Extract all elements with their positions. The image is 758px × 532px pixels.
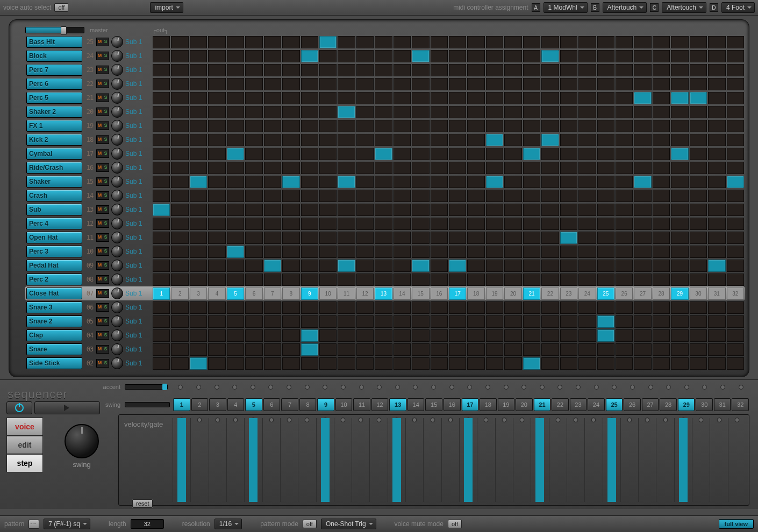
step-cell[interactable]: 21 <box>523 287 540 300</box>
gate-dot[interactable] <box>520 418 525 422</box>
step-cell[interactable] <box>412 162 429 174</box>
step-cell[interactable] <box>208 343 225 356</box>
step-cell[interactable] <box>449 134 466 146</box>
step-cell[interactable] <box>153 78 170 90</box>
step-cell[interactable] <box>356 148 374 160</box>
swing-knob[interactable] <box>65 424 99 458</box>
accent-dot[interactable] <box>407 385 424 389</box>
step-cell[interactable] <box>245 218 262 230</box>
mute-solo-toggle[interactable]: MS <box>96 275 109 284</box>
step-cell[interactable] <box>394 176 411 188</box>
step-cell[interactable] <box>597 36 614 48</box>
step-cell[interactable] <box>467 315 484 328</box>
step-cell[interactable] <box>227 218 244 230</box>
step-cell[interactable] <box>171 176 188 188</box>
step-cell[interactable] <box>319 162 337 174</box>
track-name[interactable]: Perc 3 <box>26 246 82 257</box>
step-cell[interactable] <box>412 36 429 48</box>
step-cell[interactable] <box>171 78 188 90</box>
length-value[interactable]: 32 <box>131 519 164 529</box>
mute-solo-toggle[interactable]: MS <box>96 135 109 144</box>
step-cell[interactable] <box>431 134 448 146</box>
gate-dot[interactable] <box>269 418 274 422</box>
step-cell[interactable] <box>616 106 633 118</box>
step-cell[interactable] <box>301 274 318 286</box>
track-output[interactable]: Sub 1 <box>125 192 149 199</box>
resolution-dropdown[interactable]: 1/16 <box>214 519 242 529</box>
step-cell[interactable] <box>467 176 484 188</box>
import-dropdown[interactable]: import <box>150 2 183 13</box>
step-cell[interactable] <box>634 357 651 370</box>
step-cell[interactable] <box>356 343 374 356</box>
step-cell[interactable] <box>541 274 559 286</box>
step-cell[interactable] <box>190 148 207 160</box>
step-cell[interactable] <box>227 162 244 174</box>
step-cell[interactable] <box>634 36 651 48</box>
step-cell[interactable] <box>319 120 337 132</box>
step-cell[interactable] <box>541 50 559 62</box>
accent-dot[interactable] <box>534 385 551 389</box>
step-cell[interactable] <box>727 120 744 132</box>
step-cell[interactable] <box>282 357 299 370</box>
step-cell[interactable] <box>319 190 337 202</box>
step-cell[interactable] <box>597 260 614 272</box>
step-cell[interactable]: 18 <box>467 287 484 300</box>
step-cell[interactable]: 17 <box>449 287 466 300</box>
step-cell[interactable] <box>338 92 355 104</box>
step-cell[interactable] <box>541 357 559 370</box>
step-cell[interactable] <box>486 301 503 314</box>
step-cell[interactable] <box>245 120 262 132</box>
track-output[interactable]: Sub 1 <box>125 346 149 353</box>
step-button[interactable]: 22 <box>552 398 569 411</box>
step-cell[interactable] <box>190 106 207 118</box>
step-cell[interactable] <box>504 246 521 258</box>
accent-dot[interactable] <box>353 385 370 389</box>
step-cell[interactable] <box>282 218 299 230</box>
step-cell[interactable] <box>727 232 744 244</box>
step-cell[interactable] <box>541 246 559 258</box>
step-cell[interactable] <box>227 232 244 244</box>
track-output[interactable]: Sub 1 <box>125 206 149 213</box>
step-cell[interactable] <box>671 64 688 76</box>
mute-solo-toggle[interactable]: MS <box>96 233 109 242</box>
step-cell[interactable] <box>431 64 448 76</box>
track-name[interactable]: Cymbal <box>26 148 82 160</box>
step-cell[interactable] <box>504 329 521 342</box>
step-cell[interactable] <box>727 246 744 258</box>
track-name[interactable]: Shaker 2 <box>26 106 82 118</box>
track-output[interactable]: Sub 1 <box>125 332 149 339</box>
step-cell[interactable] <box>690 204 707 216</box>
accent-dot[interactable] <box>552 385 569 389</box>
step-cell[interactable] <box>690 274 707 286</box>
step-cell[interactable] <box>282 176 299 188</box>
step-cell[interactable] <box>616 315 633 328</box>
step-cell[interactable] <box>671 148 688 160</box>
step-cell[interactable] <box>578 232 596 244</box>
step-cell[interactable] <box>560 78 577 90</box>
step-cell[interactable] <box>560 134 577 146</box>
step-cell[interactable] <box>578 106 596 118</box>
step-cell[interactable] <box>227 106 244 118</box>
step-cell[interactable] <box>467 50 484 62</box>
step-cell[interactable] <box>504 343 521 356</box>
step-cell[interactable] <box>653 134 670 146</box>
track-name[interactable]: Perc 4 <box>26 218 82 229</box>
step-cell[interactable] <box>449 92 466 104</box>
step-cell[interactable] <box>653 246 670 258</box>
step-cell[interactable] <box>449 274 466 286</box>
step-cell[interactable] <box>227 78 244 90</box>
track-level-knob[interactable] <box>111 343 123 355</box>
step-cell[interactable] <box>560 120 577 132</box>
step-cell[interactable] <box>153 134 170 146</box>
step-cell[interactable] <box>523 329 540 342</box>
step-cell[interactable] <box>153 106 170 118</box>
step-cell[interactable] <box>449 190 466 202</box>
step-cell[interactable] <box>282 120 299 132</box>
step-cell[interactable] <box>301 301 318 314</box>
step-cell[interactable] <box>671 329 688 342</box>
step-cell[interactable] <box>486 315 503 328</box>
step-cell[interactable] <box>412 120 429 132</box>
step-cell[interactable] <box>616 162 633 174</box>
velocity-cell[interactable] <box>674 418 692 502</box>
step-cell[interactable] <box>356 315 374 328</box>
